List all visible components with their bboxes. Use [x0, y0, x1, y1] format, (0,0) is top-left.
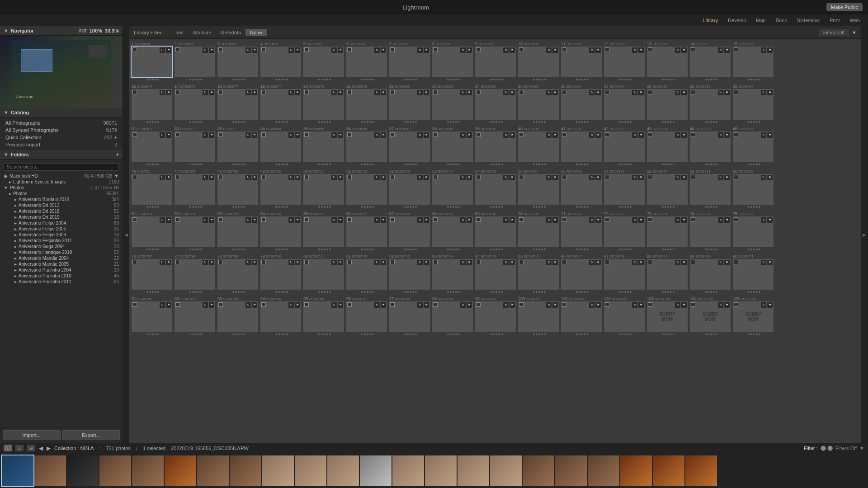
rotate-icon[interactable]: ↻ — [675, 175, 680, 180]
folder-item[interactable]: ▸ Aniversário Mamãe 2004 23 — [0, 255, 123, 261]
photo-checkbox[interactable] — [605, 302, 609, 307]
rotate-icon[interactable]: ↻ — [288, 47, 294, 53]
rotate-icon[interactable]: ↻ — [288, 132, 294, 138]
photo-cell[interactable]: 91 SC08752 ↻ ⚑ — [132, 296, 174, 337]
catalog-quick-collection[interactable]: Quick Collection 232 + — [0, 134, 123, 141]
filter-none-btn[interactable]: None — [245, 29, 266, 36]
filters-off-button[interactable]: Filters Off — [819, 29, 849, 36]
flag-icon[interactable]: ⚑ — [424, 90, 429, 95]
rotate-icon[interactable]: ↻ — [245, 47, 251, 53]
photo-cell[interactable]: 11 SC08669 ↻ ⚑ — [561, 41, 603, 82]
flag-icon[interactable]: ⚑ — [767, 302, 773, 308]
photo-checkbox[interactable] — [562, 260, 566, 264]
rotate-icon[interactable]: ↻ — [331, 260, 337, 265]
photo-checkbox[interactable] — [175, 132, 180, 137]
photo-checkbox[interactable] — [433, 302, 438, 307]
flag-icon[interactable]: ⚑ — [767, 217, 773, 223]
photo-cell[interactable]: 79 SC08740 ↻ ⚑ — [260, 253, 302, 294]
flag-icon[interactable]: ⚑ — [681, 302, 687, 308]
rotate-icon[interactable]: ↻ — [503, 132, 509, 138]
photo-checkbox[interactable] — [175, 217, 180, 222]
view-grid-btn[interactable]: ⊞ — [27, 445, 35, 451]
photo-cell[interactable]: 78 SC08739 ↻ ⚑ — [217, 253, 259, 294]
flag-icon[interactable]: ⚑ — [338, 47, 343, 53]
photo-checkbox[interactable] — [304, 90, 309, 94]
photo-cell[interactable]: 9 SC08667 ↻ ⚑ — [475, 41, 517, 82]
photo-checkbox[interactable] — [519, 47, 524, 52]
photo-checkbox[interactable] — [218, 132, 223, 137]
photo-checkbox[interactable] — [261, 175, 266, 179]
flag-icon[interactable]: ⚑ — [595, 47, 601, 53]
photo-checkbox[interactable] — [562, 302, 566, 307]
tab-print[interactable]: Print — [825, 17, 844, 24]
rotate-icon[interactable]: ↻ — [374, 47, 380, 53]
photo-checkbox[interactable] — [390, 175, 395, 179]
flag-icon[interactable]: ⚑ — [467, 47, 472, 53]
flag-icon[interactable]: ⚑ — [381, 260, 386, 265]
rotate-icon[interactable]: ↻ — [160, 90, 165, 95]
filmstrip-thumb[interactable] — [523, 455, 554, 486]
rotate-icon[interactable]: ↻ — [160, 175, 165, 180]
filmstrip-thumb[interactable] — [197, 455, 229, 486]
photo-cell[interactable]: 36 SC08896 ↻ ⚑ — [346, 126, 388, 167]
photo-cell[interactable]: 42 SC08703 ↻ ⚑ — [604, 126, 646, 167]
rotate-icon[interactable]: ↻ — [374, 217, 380, 223]
folder-item[interactable]: ▸ Aniversário Guga 2004 38 — [0, 244, 123, 249]
rotate-icon[interactable]: ↻ — [417, 260, 423, 265]
photo-checkbox[interactable] — [691, 175, 695, 179]
photo-cell[interactable]: 4 SC08661 ↻ ⚑ — [260, 41, 302, 82]
photo-cell[interactable]: 14 SC0807 ↻ ⚑ — [690, 41, 732, 82]
flag-icon[interactable]: ⚑ — [681, 47, 687, 53]
flag-icon[interactable]: ⚑ — [724, 217, 730, 223]
rotate-icon[interactable]: ↻ — [331, 302, 337, 308]
photo-cell[interactable]: 43 SC08704 ↻ ⚑ — [647, 126, 689, 167]
flag-icon[interactable]: ⚑ — [209, 132, 214, 138]
rotate-icon[interactable]: ↻ — [160, 302, 165, 308]
photo-cell[interactable]: 70 SC08731 ↻ ⚑ — [518, 211, 560, 252]
rotate-icon[interactable]: ↻ — [675, 47, 680, 53]
rotate-icon[interactable]: ↻ — [546, 47, 552, 53]
flag-icon[interactable]: ⚑ — [724, 90, 730, 95]
flag-icon[interactable]: ⚑ — [295, 90, 300, 95]
flag-icon[interactable]: ⚑ — [595, 132, 601, 138]
flag-icon[interactable]: ⚑ — [767, 90, 773, 95]
rotate-icon[interactable]: ↻ — [203, 260, 208, 265]
photo-cell[interactable]: 83 SC08744 ↻ ⚑ — [432, 253, 474, 294]
flag-icon[interactable]: ⚑ — [467, 217, 472, 223]
folder-item[interactable]: ▸ Aniversário Dri 2019 10 — [0, 214, 123, 220]
rotate-icon[interactable]: ↻ — [546, 302, 552, 308]
flag-icon[interactable]: ⚑ — [338, 302, 343, 308]
flag-icon[interactable]: ⚑ — [252, 175, 257, 180]
rotate-icon[interactable]: ↻ — [546, 132, 552, 138]
photo-checkbox[interactable] — [433, 260, 438, 264]
drive-expand[interactable]: ▼ — [114, 173, 119, 178]
photo-cell[interactable]: 24 SC08682 ↻ ⚑ — [475, 84, 517, 124]
folder-item[interactable]: ▸ Aniversário Dri 2018 52 — [0, 208, 123, 214]
photo-cell[interactable]: 72 SC08733 ↻ ⚑ — [604, 211, 646, 252]
photo-cell[interactable]: 30 SC08690 ↻ ⚑ — [733, 84, 775, 124]
photo-checkbox[interactable] — [175, 302, 180, 307]
filmstrip-thumb[interactable] — [620, 455, 652, 486]
rotate-icon[interactable]: ↻ — [374, 260, 380, 265]
rotate-icon[interactable]: ↻ — [245, 132, 251, 138]
rotate-icon[interactable]: ↻ — [203, 217, 208, 223]
catalog-synced-photos[interactable]: All Synced Photographs 9179 — [0, 127, 123, 134]
view-mode-2[interactable]: 2 — [15, 445, 24, 451]
rotate-icon[interactable]: ↻ — [718, 132, 723, 138]
rotate-icon[interactable]: ↻ — [417, 132, 423, 138]
photo-cell[interactable]: 57 SC08719 ↻ ⚑ — [604, 169, 646, 209]
photo-checkbox[interactable] — [562, 47, 566, 52]
photo-cell[interactable]: 17 SC08675 ↻ ⚑ — [175, 84, 217, 124]
flag-icon[interactable]: ⚑ — [381, 47, 386, 53]
make-public-button[interactable]: Make Public — [826, 3, 863, 11]
photo-checkbox[interactable] — [175, 260, 180, 264]
photo-checkbox[interactable] — [605, 175, 609, 179]
photo-cell[interactable]: 13 SC08671 ↻ ⚑ — [647, 41, 689, 82]
filmstrip-thumb[interactable] — [685, 455, 717, 486]
flag-icon[interactable]: ⚑ — [595, 260, 601, 265]
photo-cell[interactable]: 94 SC08755 ↻ ⚑ — [260, 296, 302, 337]
folder-item[interactable]: ▸ Aniversário Felipe 2004 83 — [0, 220, 123, 226]
rotate-icon[interactable]: ↻ — [589, 217, 594, 223]
flag-icon[interactable]: ⚑ — [424, 302, 429, 308]
photo-checkbox[interactable] — [691, 302, 695, 307]
